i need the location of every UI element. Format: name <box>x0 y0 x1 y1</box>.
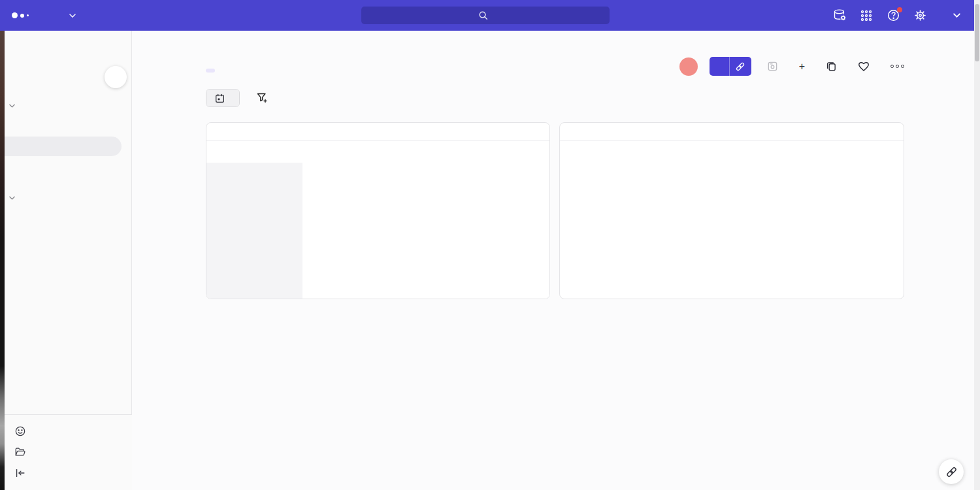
nav-item-reports[interactable] <box>65 14 76 18</box>
heart-icon <box>858 61 870 72</box>
link-icon <box>945 466 958 478</box>
data-sources-icon[interactable] <box>832 8 847 24</box>
collapse-icon <box>14 467 26 479</box>
visibility-badge <box>206 69 215 73</box>
sidebar-footer <box>0 414 132 490</box>
bar-chart <box>206 163 549 299</box>
main-content: + <box>132 31 980 490</box>
chevron-down-icon <box>9 104 15 108</box>
more-options-button[interactable] <box>890 65 904 68</box>
search-icon <box>478 10 488 20</box>
filter-button[interactable] <box>257 93 273 103</box>
copy-link-fab[interactable] <box>939 459 964 484</box>
card-new-episodes-found <box>559 122 904 299</box>
settings-gear-icon[interactable] <box>912 8 928 24</box>
chevron-down-icon <box>953 13 960 18</box>
add-report-button[interactable]: + <box>799 61 810 72</box>
plus-icon: + <box>799 61 805 72</box>
filter-funnel-icon <box>257 93 268 103</box>
calendar-icon <box>215 93 225 103</box>
chart-legend[interactable] <box>560 165 904 172</box>
project-switcher[interactable] <box>944 13 960 18</box>
sidebar-section-favorites[interactable] <box>0 104 132 108</box>
most-viewed-dashboards-button[interactable] <box>0 421 132 442</box>
share-button-group <box>710 57 751 76</box>
help-icon[interactable] <box>885 8 901 24</box>
date-range-button[interactable] <box>206 90 239 106</box>
link-icon <box>735 61 745 72</box>
favorite-button[interactable] <box>858 61 875 72</box>
share-link-button[interactable] <box>729 57 751 76</box>
smiley-icon <box>14 425 26 437</box>
date-range-segmented-control <box>206 89 240 107</box>
folder-icon <box>14 446 26 458</box>
date-toolbar <box>206 89 273 107</box>
duplicate-icon <box>826 61 837 72</box>
save-button[interactable] <box>767 61 783 72</box>
scrollbar-thumb[interactable] <box>975 4 979 61</box>
collapse-sidebar-button[interactable] <box>0 463 132 483</box>
add-dashboard-button[interactable] <box>105 66 127 88</box>
sidebar-item-public-podcast-data-created[interactable] <box>0 183 122 203</box>
apps-grid-icon[interactable] <box>858 8 874 24</box>
top-navbar <box>0 0 980 31</box>
search-input[interactable] <box>361 7 610 24</box>
legend-swatch <box>727 165 733 172</box>
notification-dot <box>897 7 902 12</box>
app-logo[interactable] <box>12 12 29 18</box>
sidebar-item-public-podcast-data[interactable] <box>0 137 122 156</box>
header-actions: + <box>679 57 904 76</box>
sidebar <box>0 31 132 490</box>
share-button[interactable] <box>710 57 729 76</box>
all-dashboards-button[interactable] <box>0 442 132 463</box>
save-icon <box>767 61 778 72</box>
line-chart[interactable] <box>563 177 901 299</box>
duplicate-button[interactable] <box>826 61 842 72</box>
avatar[interactable] <box>679 57 698 76</box>
page-scrollbar[interactable] <box>974 0 980 490</box>
chevron-down-icon <box>69 14 76 18</box>
card-new-episodes-by-generator <box>206 122 550 299</box>
background-window-edge <box>0 31 5 490</box>
